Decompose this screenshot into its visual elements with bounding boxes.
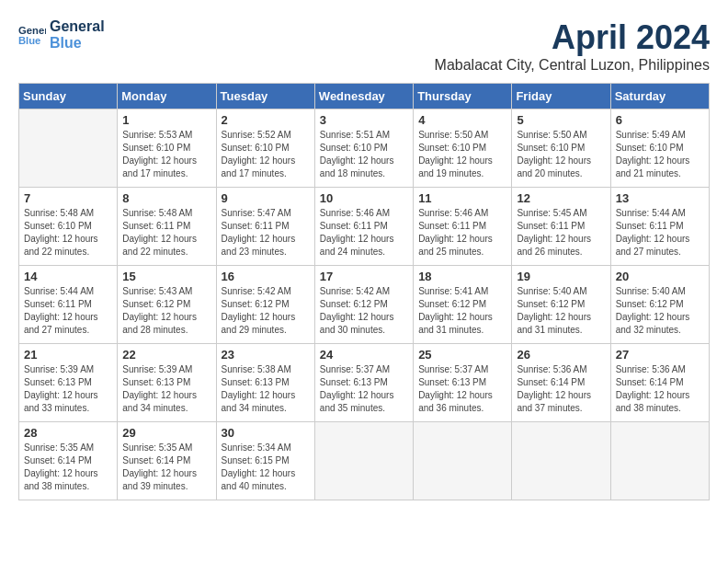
calendar-cell: 18Sunrise: 5:41 AMSunset: 6:12 PMDayligh… [414,266,512,344]
svg-text:Blue: Blue [18,34,40,45]
calendar-cell: 14Sunrise: 5:44 AMSunset: 6:11 PMDayligh… [19,266,118,344]
calendar-cell: 20Sunrise: 5:40 AMSunset: 6:12 PMDayligh… [610,266,709,344]
day-number: 10 [320,191,408,205]
day-info: Sunrise: 5:39 AMSunset: 6:13 PMDaylight:… [122,363,210,415]
week-row-5: 28Sunrise: 5:35 AMSunset: 6:14 PMDayligh… [19,422,710,500]
day-number: 24 [320,348,408,362]
weekday-header-wednesday: Wednesday [314,84,413,109]
day-info: Sunrise: 5:37 AMSunset: 6:13 PMDaylight:… [418,363,506,415]
calendar-cell: 5Sunrise: 5:50 AMSunset: 6:10 PMDaylight… [512,109,610,188]
calendar-cell: 17Sunrise: 5:42 AMSunset: 6:12 PMDayligh… [314,266,413,344]
calendar-cell: 23Sunrise: 5:38 AMSunset: 6:13 PMDayligh… [216,344,314,422]
day-number: 1 [122,113,210,127]
weekday-header-tuesday: Tuesday [216,84,314,109]
weekday-header-friday: Friday [512,84,610,109]
day-info: Sunrise: 5:42 AMSunset: 6:12 PMDaylight:… [222,285,310,337]
day-info: Sunrise: 5:36 AMSunset: 6:14 PMDaylight:… [517,363,605,415]
week-row-1: 1Sunrise: 5:53 AMSunset: 6:10 PMDaylight… [19,109,710,188]
title-area: April 2024 Mabalacat City, Central Luzon… [435,18,710,74]
calendar-cell: 29Sunrise: 5:35 AMSunset: 6:14 PMDayligh… [118,422,216,500]
calendar-cell: 26Sunrise: 5:36 AMSunset: 6:14 PMDayligh… [512,344,610,422]
logo-icon: General Blue [18,21,46,49]
day-info: Sunrise: 5:53 AMSunset: 6:10 PMDaylight:… [122,129,210,180]
day-info: Sunrise: 5:48 AMSunset: 6:11 PMDaylight:… [122,207,210,259]
weekday-header-row: SundayMondayTuesdayWednesdayThursdayFrid… [19,84,710,109]
day-number: 26 [517,348,605,362]
logo: General Blue General Blue [18,18,105,51]
calendar-cell: 7Sunrise: 5:48 AMSunset: 6:10 PMDaylight… [19,188,118,266]
weekday-header-saturday: Saturday [610,84,709,109]
day-number: 9 [222,191,310,205]
day-info: Sunrise: 5:35 AMSunset: 6:14 PMDaylight:… [24,442,112,493]
calendar-cell: 11Sunrise: 5:46 AMSunset: 6:11 PMDayligh… [414,188,512,266]
calendar-cell: 16Sunrise: 5:42 AMSunset: 6:12 PMDayligh… [216,266,314,344]
svg-text:General: General [18,24,46,35]
calendar-cell: 25Sunrise: 5:37 AMSunset: 6:13 PMDayligh… [414,344,512,422]
day-info: Sunrise: 5:45 AMSunset: 6:11 PMDaylight:… [517,207,605,259]
week-row-4: 21Sunrise: 5:39 AMSunset: 6:13 PMDayligh… [19,344,710,422]
calendar-cell [19,109,118,188]
calendar-table: SundayMondayTuesdayWednesdayThursdayFrid… [18,83,710,500]
day-info: Sunrise: 5:40 AMSunset: 6:12 PMDaylight:… [517,285,605,337]
logo-line2: Blue [50,35,105,52]
weekday-header-sunday: Sunday [19,84,118,109]
month-title: April 2024 [435,18,710,57]
day-number: 19 [517,270,605,283]
calendar-cell: 15Sunrise: 5:43 AMSunset: 6:12 PMDayligh… [118,266,216,344]
calendar-cell: 30Sunrise: 5:34 AMSunset: 6:15 PMDayligh… [216,422,314,500]
day-number: 23 [222,348,310,362]
calendar-cell: 2Sunrise: 5:52 AMSunset: 6:10 PMDaylight… [216,109,314,188]
day-info: Sunrise: 5:37 AMSunset: 6:13 PMDaylight:… [320,363,408,415]
calendar-cell: 12Sunrise: 5:45 AMSunset: 6:11 PMDayligh… [512,188,610,266]
day-info: Sunrise: 5:39 AMSunset: 6:13 PMDaylight:… [24,363,112,415]
day-number: 13 [616,191,704,205]
calendar-cell: 9Sunrise: 5:47 AMSunset: 6:11 PMDaylight… [216,188,314,266]
day-number: 2 [222,113,310,127]
weekday-header-thursday: Thursday [414,84,512,109]
calendar-cell [314,422,413,500]
week-row-2: 7Sunrise: 5:48 AMSunset: 6:10 PMDaylight… [19,188,710,266]
calendar-cell: 27Sunrise: 5:36 AMSunset: 6:14 PMDayligh… [610,344,709,422]
day-number: 14 [24,270,112,283]
day-info: Sunrise: 5:36 AMSunset: 6:14 PMDaylight:… [616,363,704,415]
calendar-cell: 4Sunrise: 5:50 AMSunset: 6:10 PMDaylight… [414,109,512,188]
day-number: 30 [222,426,310,440]
calendar-cell: 28Sunrise: 5:35 AMSunset: 6:14 PMDayligh… [19,422,118,500]
calendar-cell: 1Sunrise: 5:53 AMSunset: 6:10 PMDaylight… [118,109,216,188]
day-info: Sunrise: 5:44 AMSunset: 6:11 PMDaylight:… [616,207,704,259]
day-number: 21 [24,348,112,362]
day-number: 25 [418,348,506,362]
day-info: Sunrise: 5:38 AMSunset: 6:13 PMDaylight:… [222,363,310,415]
day-info: Sunrise: 5:47 AMSunset: 6:11 PMDaylight:… [222,207,310,259]
day-info: Sunrise: 5:41 AMSunset: 6:12 PMDaylight:… [418,285,506,337]
day-info: Sunrise: 5:49 AMSunset: 6:10 PMDaylight:… [616,129,704,180]
calendar-cell [414,422,512,500]
day-number: 27 [616,348,704,362]
day-info: Sunrise: 5:48 AMSunset: 6:10 PMDaylight:… [24,207,112,259]
day-number: 22 [122,348,210,362]
week-row-3: 14Sunrise: 5:44 AMSunset: 6:11 PMDayligh… [19,266,710,344]
day-number: 7 [24,191,112,205]
day-info: Sunrise: 5:50 AMSunset: 6:10 PMDaylight:… [418,129,506,180]
weekday-header-monday: Monday [118,84,216,109]
day-number: 12 [517,191,605,205]
calendar-cell: 8Sunrise: 5:48 AMSunset: 6:11 PMDaylight… [118,188,216,266]
day-info: Sunrise: 5:34 AMSunset: 6:15 PMDaylight:… [222,442,310,493]
day-info: Sunrise: 5:52 AMSunset: 6:10 PMDaylight:… [222,129,310,180]
calendar-cell: 13Sunrise: 5:44 AMSunset: 6:11 PMDayligh… [610,188,709,266]
calendar-cell [610,422,709,500]
day-number: 4 [418,113,506,127]
day-number: 11 [418,191,506,205]
day-number: 17 [320,270,408,283]
day-number: 6 [616,113,704,127]
day-info: Sunrise: 5:46 AMSunset: 6:11 PMDaylight:… [418,207,506,259]
day-number: 18 [418,270,506,283]
header: General Blue General Blue April 2024 Mab… [18,18,710,74]
day-number: 28 [24,426,112,440]
day-info: Sunrise: 5:50 AMSunset: 6:10 PMDaylight:… [517,129,605,180]
day-number: 20 [616,270,704,283]
day-info: Sunrise: 5:35 AMSunset: 6:14 PMDaylight:… [122,442,210,493]
day-number: 5 [517,113,605,127]
calendar-cell: 3Sunrise: 5:51 AMSunset: 6:10 PMDaylight… [314,109,413,188]
calendar-cell: 22Sunrise: 5:39 AMSunset: 6:13 PMDayligh… [118,344,216,422]
